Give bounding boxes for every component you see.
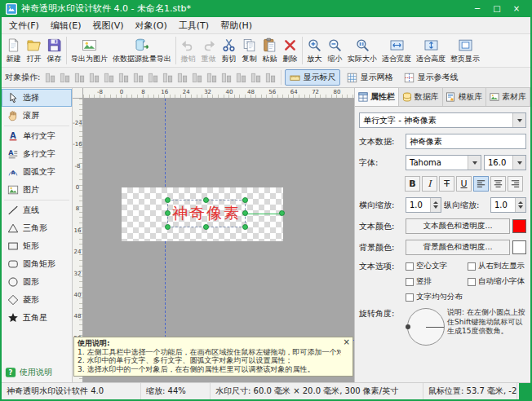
save-button[interactable]: 保存 [44, 36, 64, 66]
tool-select[interactable]: 选择 [2, 89, 72, 107]
undo-button[interactable]: 撤销 [178, 36, 198, 66]
rotation-knob-icon[interactable] [406, 324, 410, 329]
strikethrough-button[interactable]: T [439, 176, 454, 192]
menu-view[interactable]: 视图(V) [86, 17, 129, 34]
text-color-swatch[interactable] [512, 219, 526, 233]
menu-tool[interactable]: 工具(T) [173, 17, 215, 34]
toggle-show-rulers[interactable]: 显示标尺 [285, 69, 340, 86]
selection-handle[interactable] [165, 224, 171, 230]
help-icon: ? [5, 367, 16, 378]
option-vertical-text[interactable]: 竖排 [406, 276, 464, 287]
underline-button[interactable]: U [456, 176, 472, 192]
tool-rect[interactable]: 矩形 [2, 237, 72, 255]
tool-single-line-text[interactable]: A单行文字 [2, 127, 72, 145]
rotation-handle-line [245, 214, 281, 214]
export-image-button[interactable]: 导出为图片 [69, 36, 110, 66]
v-scale-input[interactable]: 1.0 [490, 197, 526, 213]
text-color-button[interactable]: 文本颜色和透明度... [406, 218, 510, 234]
checkbox-icon[interactable] [468, 262, 476, 271]
tool-triangle[interactable]: 三角形 [2, 219, 72, 237]
open-button[interactable]: 打开 [24, 36, 44, 66]
selection-handle[interactable] [203, 224, 209, 230]
selection-handle[interactable] [242, 224, 248, 230]
option-right-to-left[interactable]: 从右到左显示 [468, 261, 526, 271]
delete-button[interactable]: 删除 [280, 36, 300, 66]
tool-pan[interactable]: 滚屏 [2, 107, 72, 125]
italic-button[interactable]: I [422, 176, 437, 192]
tab-database[interactable]: 数据库 [399, 88, 443, 106]
spinner-arrows-icon[interactable] [515, 198, 525, 212]
tab-materials[interactable]: 素材库 [486, 88, 530, 106]
option-hollow-text[interactable]: 空心文字 [406, 261, 464, 271]
actual-size-button[interactable]: 实际大小 [345, 36, 379, 66]
option-auto-shrink[interactable]: 自动缩小字体 [468, 276, 526, 287]
rotation-handle[interactable] [279, 210, 285, 216]
watermark-canvas[interactable]: 神奇像素 [122, 187, 283, 241]
menu-object[interactable]: 对象(O) [130, 17, 173, 34]
fit-page-button[interactable]: 整页显示 [448, 36, 482, 66]
maximize-button[interactable]: □ [487, 2, 507, 15]
align-center-button[interactable] [490, 176, 506, 192]
object-op-icon [43, 71, 57, 85]
zoom-out-button[interactable]: 缩小 [325, 36, 345, 66]
resize-grip-icon[interactable] [519, 383, 530, 399]
cut-button[interactable]: 剪切 [219, 36, 239, 66]
new-button[interactable]: 新建 [3, 36, 24, 66]
selection-handle[interactable] [203, 197, 209, 203]
bold-button[interactable]: B [405, 176, 420, 192]
spinner-arrows-icon[interactable] [430, 198, 441, 212]
tool-image[interactable]: 图片 [2, 181, 72, 199]
selection-handle[interactable] [165, 210, 171, 216]
selection-handle[interactable] [242, 210, 248, 216]
checkbox-icon[interactable] [406, 262, 414, 271]
checkbox-icon[interactable] [468, 278, 476, 286]
watermark-text[interactable]: 神奇像素 [168, 200, 245, 227]
object-selector[interactable]: 单行文字 - 神奇像素 [359, 112, 526, 128]
tool-rounded-rect[interactable]: 圆角矩形 [2, 255, 72, 273]
bg-color-swatch[interactable] [512, 240, 526, 254]
tool-multi-line-text[interactable]: A多行文字 [2, 145, 72, 163]
tool-circle[interactable]: 圆形 [2, 273, 72, 291]
toggle-show-grid[interactable]: 显示网格 [342, 69, 397, 86]
checkbox-icon[interactable] [406, 278, 414, 286]
batch-export-button[interactable]: 依数据源批量导出 [110, 36, 174, 66]
fit-height-button[interactable]: 适合高度 [414, 36, 448, 66]
align-right-button[interactable] [508, 176, 523, 192]
selection-handle[interactable] [165, 197, 171, 203]
zoom-in-button[interactable]: 放大 [304, 36, 325, 66]
fit-width-button[interactable]: 适合宽度 [379, 36, 414, 66]
text-data-input[interactable]: 神奇像素 [406, 134, 526, 149]
help-link[interactable]: ? 使用说明 [2, 363, 72, 382]
option-even-distribution[interactable]: 文字均匀分布 [406, 292, 464, 302]
tab-templates[interactable]: 模板库 [443, 88, 487, 106]
rotation-control[interactable] [407, 308, 445, 346]
align-left-button[interactable] [473, 176, 489, 192]
font-family-select[interactable]: Tahoma [406, 155, 481, 170]
tool-diamond[interactable]: 菱形 [2, 291, 72, 309]
toggle-show-guides[interactable]: 显示参考线 [399, 69, 463, 86]
copy-button[interactable]: 复制 [239, 36, 259, 66]
tool-arc-text[interactable]: A圆弧文字 [2, 163, 72, 181]
tool-line[interactable]: 直线 [2, 201, 72, 219]
menu-file[interactable]: 文件(F) [3, 17, 45, 34]
tool-star[interactable]: 五角星 [2, 309, 72, 327]
image-icon [7, 184, 19, 196]
checkbox-icon[interactable] [406, 293, 414, 302]
bg-color-button[interactable]: 背景颜色和透明度... [406, 240, 510, 255]
selection-box[interactable]: 神奇像素 [167, 200, 246, 227]
redo-button[interactable]: 重做 [198, 36, 219, 66]
tab-properties[interactable]: 属性栏 [355, 88, 399, 106]
menu-help[interactable]: 帮助(H) [215, 17, 258, 34]
close-icon[interactable]: × [344, 337, 350, 347]
selection-handle[interactable] [242, 197, 248, 203]
h-scale-input[interactable]: 1.0 [406, 197, 441, 213]
diamond-icon [7, 294, 19, 306]
close-button[interactable]: × [507, 2, 526, 15]
minimize-button[interactable]: ─ [468, 2, 487, 15]
font-size-select[interactable]: 16.0 [484, 155, 526, 170]
menu-edit[interactable]: 编辑(E) [45, 17, 87, 34]
object-op-icon [73, 71, 86, 85]
h-scale-value: 1.0 [410, 200, 423, 209]
canvas-area[interactable]: -16-80816243240485664728088 -24-16-80816… [73, 88, 354, 382]
paste-button[interactable]: 粘贴 [259, 36, 280, 66]
